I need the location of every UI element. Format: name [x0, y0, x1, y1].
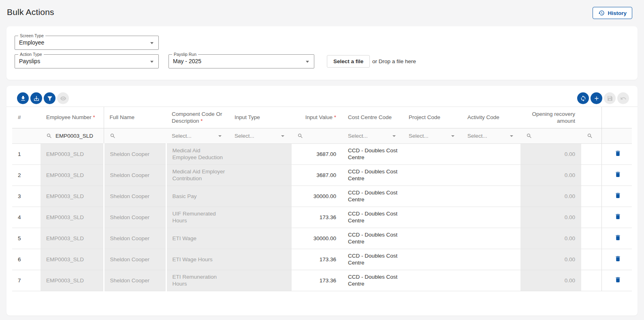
table-row: 6EMP0003_SLDSheldon CooperETI Wage Hours… [12, 249, 632, 270]
cell-input-value[interactable]: 30000.00 [292, 228, 342, 249]
cell-cost-centre[interactable]: CCD - Doubles Cost Centre [342, 249, 403, 270]
cell-activity[interactable] [462, 143, 520, 164]
cell-project[interactable] [403, 143, 462, 164]
import-file-button[interactable] [30, 92, 42, 104]
column-header-component[interactable]: Component Code Or Description * [166, 107, 229, 128]
cell-num: 7 [12, 270, 41, 291]
column-header-employee-number[interactable]: Employee Number * [41, 107, 104, 128]
filter-cell-input-value[interactable] [292, 128, 342, 143]
required-asterisk: * [334, 114, 336, 120]
cell-cost-centre[interactable]: CCD - Doubles Cost Centre [342, 143, 403, 164]
cell-input-value[interactable]: 173.36 [292, 207, 342, 228]
cell-cost-centre[interactable]: CCD - Doubles Cost Centre [342, 186, 403, 207]
filter-button[interactable] [44, 92, 55, 104]
filter-select-component[interactable]: Select... [166, 128, 229, 143]
column-header-extra[interactable] [581, 107, 601, 128]
column-header-input-value[interactable]: Input Value * [292, 107, 342, 128]
cell-cost-centre[interactable]: CCD - Doubles Cost Centre [342, 228, 403, 249]
cell-cost-centre[interactable]: CCD - Doubles Cost Centre [342, 270, 403, 291]
cell-num: 4 [12, 207, 41, 228]
cell-project[interactable] [403, 249, 462, 270]
cell-extra [581, 186, 601, 207]
delete-row-button[interactable] [613, 275, 623, 285]
payslip-run-select[interactable]: Payslip Run May - 2025 [168, 54, 314, 68]
filter-value: EMP0003_SLD [55, 133, 93, 139]
filter-cell-employee-number[interactable]: EMP0003_SLD [41, 128, 104, 143]
cell-activity[interactable] [462, 270, 520, 291]
filter-cell-num [12, 128, 41, 143]
cell-input-value[interactable]: 173.36 [292, 249, 342, 270]
filter-select-activity[interactable]: Select... [462, 128, 520, 143]
cell-full-name: Sheldon Cooper [104, 228, 166, 249]
cell-input-value[interactable]: 30000.00 [292, 186, 342, 207]
cell-activity[interactable] [462, 207, 520, 228]
column-header-activity[interactable]: Activity Code [462, 107, 520, 128]
action-type-label: Action Type [18, 52, 44, 57]
table-row: 7EMP0003_SLDSheldon CooperETI Remunerati… [12, 270, 632, 291]
cell-cost-centre[interactable]: CCD - Doubles Cost Centre [342, 207, 403, 228]
payslip-run-label: Payslip Run [172, 52, 198, 57]
filter-row: EMP0003_SLDSelect...Select...Select...Se… [12, 128, 632, 143]
cell-opening: 0.00 [520, 270, 581, 291]
column-header-del[interactable] [601, 107, 632, 128]
refresh-button[interactable] [577, 92, 589, 104]
delete-row-button[interactable] [613, 212, 623, 222]
select-file-button[interactable]: Select a file [327, 55, 370, 68]
cell-project[interactable] [403, 164, 462, 186]
action-type-select[interactable]: Action Type Payslips [15, 54, 159, 68]
add-row-icon [593, 95, 600, 102]
delete-row-button[interactable] [613, 191, 623, 201]
cell-input-type [229, 143, 292, 164]
screen-type-select[interactable]: Screen Type Employee [15, 36, 159, 50]
search-icon [46, 133, 52, 139]
chevron-down-icon [306, 61, 309, 63]
filter-cell-opening[interactable] [520, 128, 581, 143]
column-header-full-name[interactable]: Full Name [104, 107, 166, 128]
column-header-project[interactable]: Project Code [403, 107, 462, 128]
cell-input-value[interactable]: 3687.00 [292, 164, 342, 186]
search-icon [110, 133, 116, 139]
table-row: 1EMP0003_SLDSheldon CooperMedical Aid Em… [12, 143, 632, 164]
top-bar: Bulk Actions History [0, 0, 644, 26]
filter-cell-extra[interactable] [581, 128, 601, 143]
delete-row-button[interactable] [613, 170, 623, 180]
download-button[interactable] [17, 92, 29, 104]
drop-file-hint: or Drop a file here [372, 58, 416, 64]
cell-full-name: Sheldon Cooper [104, 207, 166, 228]
cell-cost-centre[interactable]: CCD - Doubles Cost Centre [342, 164, 403, 186]
cell-input-type [229, 228, 292, 249]
cell-extra [581, 143, 601, 164]
cell-component: ETI Remuneration Hours [166, 270, 229, 291]
column-header-input-type[interactable]: Input Type [229, 107, 292, 128]
cell-activity[interactable] [462, 186, 520, 207]
import-file-icon [33, 95, 40, 102]
filter-select-input-type[interactable]: Select... [229, 128, 292, 143]
cell-project[interactable] [403, 228, 462, 249]
cell-input-value[interactable]: 3687.00 [292, 143, 342, 164]
table-row: 3EMP0003_SLDSheldon CooperBasic Pay30000… [12, 186, 632, 207]
delete-row-button[interactable] [613, 254, 623, 264]
save-button [604, 92, 616, 104]
column-header-num[interactable]: # [12, 107, 41, 128]
cell-full-name: Sheldon Cooper [104, 270, 166, 291]
delete-row-button[interactable] [613, 233, 623, 243]
column-header-cost-centre[interactable]: Cost Centre Code [342, 107, 403, 128]
cell-project[interactable] [403, 270, 462, 291]
cell-project[interactable] [403, 186, 462, 207]
column-header-opening[interactable]: Opening recovery amount [520, 107, 581, 128]
filter-select-cost-centre[interactable]: Select... [342, 128, 403, 143]
page-title: Bulk Actions [7, 7, 54, 17]
history-button[interactable]: History [593, 7, 632, 19]
filter-cell-full-name[interactable] [104, 128, 166, 143]
cell-activity[interactable] [462, 164, 520, 186]
chevron-down-icon [150, 61, 154, 63]
cell-activity[interactable] [462, 228, 520, 249]
filter-select-project[interactable]: Select... [403, 128, 462, 143]
cell-activity[interactable] [462, 249, 520, 270]
header-row: #Employee Number *Full NameComponent Cod… [12, 107, 632, 128]
delete-row-button[interactable] [613, 149, 623, 159]
add-row-button[interactable] [591, 92, 602, 104]
cell-full-name: Sheldon Cooper [104, 186, 166, 207]
cell-input-value[interactable]: 173.36 [292, 270, 342, 291]
cell-project[interactable] [403, 207, 462, 228]
